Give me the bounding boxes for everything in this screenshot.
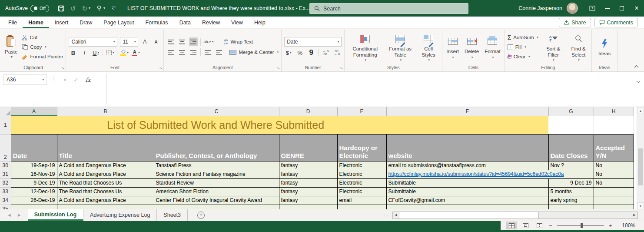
cell[interactable]: fantasy xyxy=(279,161,337,170)
cell[interactable]: email xyxy=(337,196,386,205)
confirm-entry-button[interactable]: ✓ xyxy=(74,77,79,83)
sheet-nav-right-arrow[interactable]: ▶ xyxy=(18,213,21,217)
cell[interactable]: 9-Dec-19 xyxy=(11,178,57,187)
tab-review[interactable]: Review xyxy=(196,17,226,28)
cell-styles-button[interactable]: Cell Styles▾ xyxy=(418,31,439,63)
ribbon-display-options-button[interactable] xyxy=(585,0,600,17)
font-color-button[interactable]: A▾ xyxy=(131,48,140,57)
tab-home[interactable]: Home xyxy=(23,17,49,28)
decrease-font-button[interactable]: Aˇ xyxy=(152,37,161,46)
row-header-34[interactable]: 34 xyxy=(0,196,11,205)
cut-button[interactable]: Cut xyxy=(22,33,63,42)
cell[interactable]: Electronic xyxy=(337,187,386,196)
paste-button[interactable]: Paste▼ xyxy=(3,34,19,60)
horizontal-scrollbar-track[interactable] xyxy=(539,212,631,219)
cell[interactable]: 19-Sep-19 xyxy=(11,161,57,170)
fill-button[interactable]: ↓Fill▾ xyxy=(508,43,538,51)
cell[interactable]: Electronic xyxy=(337,178,386,187)
cell[interactable]: Submittable xyxy=(386,178,548,187)
column-header-H[interactable]: H xyxy=(594,107,634,116)
cell[interactable] xyxy=(11,205,57,209)
cell[interactable]: fantasy xyxy=(279,187,337,196)
tab-data[interactable]: Data xyxy=(174,17,196,28)
align-left-button[interactable] xyxy=(166,48,175,57)
cell[interactable]: A Cold and Dangerous Place xyxy=(57,161,154,170)
search-box[interactable]: Search xyxy=(309,3,468,14)
header-cell[interactable]: Date Closes xyxy=(548,134,594,161)
wrap-text-button[interactable]: abc↩Wrap Text xyxy=(224,37,253,46)
header-cell[interactable]: website xyxy=(386,134,548,161)
cancel-entry-button[interactable]: × xyxy=(63,77,67,83)
tab-insert[interactable]: Insert xyxy=(49,17,74,28)
ideas-button[interactable]: Ideas xyxy=(594,36,614,58)
cell[interactable] xyxy=(594,116,634,134)
format-cells-button[interactable]: Format▾ xyxy=(483,34,501,60)
undo-button[interactable]: ↺ xyxy=(70,5,76,12)
tab-draw[interactable]: Draw xyxy=(74,17,98,28)
increase-font-button[interactable]: Aˆ xyxy=(141,37,149,46)
cell[interactable]: email to submissions@tanstaaflpress.com xyxy=(386,161,548,170)
avatar[interactable] xyxy=(567,3,578,14)
sheet-tab-submission-log[interactable]: Submission Log xyxy=(28,209,83,221)
cell[interactable]: fantasy xyxy=(279,196,337,205)
sheet-nav-left-arrow[interactable]: ◀ xyxy=(8,213,11,217)
tab-formulas[interactable]: Formulas xyxy=(140,17,174,28)
share-button[interactable]: Share xyxy=(559,18,591,27)
zoom-slider-thumb[interactable] xyxy=(581,223,583,228)
cell[interactable] xyxy=(337,205,386,209)
redo-button[interactable]: ↻▾ xyxy=(82,5,90,12)
column-header-E[interactable]: E xyxy=(337,107,386,116)
borders-button[interactable]: ▾ xyxy=(106,48,114,57)
cell[interactable] xyxy=(154,205,279,209)
cell[interactable] xyxy=(548,205,594,209)
increase-indent-button[interactable] xyxy=(215,48,223,57)
decrease-indent-button[interactable] xyxy=(203,48,212,57)
header-cell[interactable]: Hardcopy or Electonic xyxy=(337,134,386,161)
cell[interactable]: The Road that Chooses Us xyxy=(57,187,154,196)
zoom-level[interactable]: 100% xyxy=(619,222,635,229)
decrease-decimal-button[interactable]: .00→.0 xyxy=(332,48,341,57)
tab-help[interactable]: Help xyxy=(249,17,271,28)
middle-align-button[interactable] xyxy=(178,37,186,46)
comma-format-button[interactable]: 9 xyxy=(307,48,315,57)
formula-input[interactable] xyxy=(106,74,632,104)
clear-button[interactable]: Clear▾ xyxy=(508,52,538,61)
alignment-dialog-launcher[interactable]: ↘ xyxy=(277,66,280,70)
cell[interactable]: Electronic xyxy=(337,161,386,170)
align-center-button[interactable] xyxy=(178,48,186,57)
format-painter-button[interactable]: Format Painter xyxy=(22,52,63,61)
font-family-select[interactable]: Calibri▾ xyxy=(69,37,117,47)
copy-button[interactable]: Copy▾ xyxy=(22,43,63,51)
orientation-button[interactable]: ab↗▾ xyxy=(203,37,213,46)
touch-mode-button[interactable]: ▾ xyxy=(96,5,105,11)
header-cell[interactable]: Title xyxy=(57,134,154,161)
cell[interactable] xyxy=(279,205,337,209)
delete-cells-button[interactable]: ✕ Delete▾ xyxy=(463,34,480,60)
cell[interactable]: 26-Dec-19 xyxy=(11,196,57,205)
cell[interactable]: 9-Dec-19 xyxy=(548,178,594,187)
cell[interactable] xyxy=(386,205,548,209)
header-cell[interactable]: Publisher, Contest, or Anthology xyxy=(154,134,279,161)
page-break-view-button[interactable] xyxy=(534,222,545,229)
tab-view[interactable]: View xyxy=(226,17,249,28)
row-header-30[interactable]: 30 xyxy=(0,161,11,170)
cell-hyperlink[interactable]: https://ccfinlay.moksha.io/submission/st… xyxy=(386,170,594,178)
tab-split-handle[interactable]: ⋮⋮ xyxy=(379,213,392,218)
zoom-slider[interactable] xyxy=(557,223,604,228)
sort-filter-button[interactable]: AZ Sort & Filter▾ xyxy=(543,31,564,63)
find-select-button[interactable]: Find & Select▾ xyxy=(568,31,589,63)
page-layout-view-button[interactable] xyxy=(520,222,531,229)
collapse-ribbon-button[interactable] xyxy=(634,62,639,70)
cell[interactable]: Stardust Review xyxy=(154,178,279,187)
cell[interactable] xyxy=(594,196,634,205)
header-cell[interactable]: Date xyxy=(11,134,57,161)
cell[interactable]: Electronic xyxy=(337,170,386,178)
conditional-formatting-button[interactable]: Conditional Formatting▾ xyxy=(347,31,383,63)
new-sheet-button[interactable]: + xyxy=(197,212,205,219)
user-name[interactable]: Connie Jasperson xyxy=(518,5,562,11)
cell[interactable]: Nov ? xyxy=(548,161,594,170)
horizontal-scrollbar[interactable]: ◀ ▶ xyxy=(392,212,638,219)
format-as-table-button[interactable]: Format as Table▾ xyxy=(386,31,415,63)
cell[interactable]: The Road that Chooses Us xyxy=(57,178,154,187)
percent-format-button[interactable]: % xyxy=(295,48,304,57)
